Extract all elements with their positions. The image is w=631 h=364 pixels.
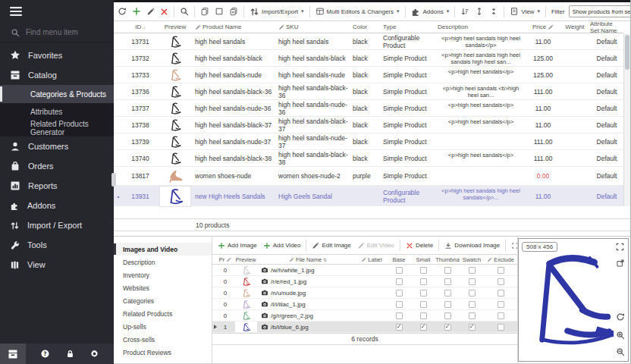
tab-cross-sells[interactable]: Cross-sells bbox=[114, 333, 212, 346]
checkbox-swatch[interactable] bbox=[469, 278, 476, 285]
sidebar-item-tools[interactable]: Tools bbox=[0, 235, 114, 255]
rotate-button[interactable] bbox=[616, 312, 625, 322]
images-header-label[interactable]: Label bbox=[356, 255, 387, 264]
fullscreen-button[interactable] bbox=[615, 242, 625, 252]
products-header-sku[interactable]: SKU bbox=[276, 21, 350, 33]
image-row-g-r-green-2-jpg[interactable]: 0/g/r/green_2.jpg bbox=[212, 310, 517, 322]
expand-rows-button[interactable] bbox=[473, 7, 485, 16]
product-row-13739[interactable]: 13739high heel sandals-nude-37high heel … bbox=[114, 133, 623, 150]
edit-image-button[interactable]: Edit Image bbox=[309, 242, 353, 249]
images-header-pr[interactable]: Pr bbox=[218, 255, 232, 264]
tab-images-and-video[interactable]: Images and Video bbox=[114, 243, 212, 256]
checkbox-small[interactable] bbox=[420, 267, 427, 274]
collapse-rows-button[interactable] bbox=[488, 7, 500, 16]
multi-editors-button[interactable]: Multi Editors & Changers▾ bbox=[314, 7, 401, 16]
checkbox-thumbnail[interactable] bbox=[444, 267, 451, 274]
sidebar-item-related-products-generator[interactable]: Related Products Generator bbox=[0, 120, 114, 136]
select-checkbox-button[interactable] bbox=[213, 7, 225, 16]
images-header-file-name[interactable]: File Name⇅ bbox=[259, 255, 356, 264]
checkbox-exclude[interactable] bbox=[498, 278, 504, 285]
delete-button[interactable]: Delete bbox=[403, 242, 435, 249]
scrollbar-thumb[interactable] bbox=[625, 35, 629, 70]
images-header-exclude[interactable]: Exclude bbox=[484, 255, 517, 264]
category-filter-select[interactable]: Show products from selected categories ▾ bbox=[569, 5, 630, 17]
checkbox-small[interactable] bbox=[420, 301, 427, 308]
duplicate-button[interactable] bbox=[228, 7, 240, 16]
checkbox-swatch[interactable] bbox=[469, 312, 476, 319]
products-header-product-name[interactable]: Product Name bbox=[193, 21, 276, 33]
products-header-preview[interactable]: Preview bbox=[158, 21, 193, 33]
products-header-weight[interactable]: Weight bbox=[560, 21, 590, 33]
checkbox-base[interactable] bbox=[396, 278, 403, 285]
sidebar-item-favorites[interactable]: Favorites bbox=[0, 46, 114, 65]
checkbox-thumbnail[interactable] bbox=[444, 290, 451, 297]
products-header-price[interactable]: Price bbox=[526, 21, 560, 33]
product-row-13740[interactable]: 13740high heel sandals-black-38high heel… bbox=[114, 150, 623, 167]
checkbox-thumbnail[interactable] bbox=[444, 301, 451, 308]
help-icon[interactable]: ? bbox=[40, 349, 50, 359]
products-header-type[interactable]: Type bbox=[381, 21, 435, 33]
checkbox-swatch[interactable] bbox=[469, 301, 476, 308]
lock-icon[interactable] bbox=[65, 349, 75, 359]
image-row-b-l-blue-6-jpg[interactable]: 1/b/l/blue_6.jpg✓✓✓✓ bbox=[212, 322, 517, 333]
sidebar-item-orders[interactable]: Orders bbox=[0, 156, 114, 176]
checkbox-base[interactable] bbox=[396, 290, 403, 297]
checkbox-small[interactable]: ✓ bbox=[420, 324, 427, 331]
checkbox-swatch[interactable]: ✓ bbox=[469, 324, 476, 331]
products-header-id[interactable]: ID↓ bbox=[123, 21, 158, 33]
add-image-button[interactable]: Add Image bbox=[215, 242, 259, 249]
store-button[interactable] bbox=[0, 344, 26, 364]
product-row-13931[interactable]: •13931new High Heels SandalsHigh Geels S… bbox=[114, 186, 623, 206]
images-header-swatch[interactable]: Swatch bbox=[460, 255, 484, 264]
sidebar-item-import-export[interactable]: Import / Export bbox=[0, 215, 114, 235]
product-row-13737[interactable]: 13737high heel sandals-nude-36high heel … bbox=[114, 100, 623, 117]
checkbox-small[interactable] bbox=[420, 278, 427, 285]
product-row-13736[interactable]: 13736high heel sandals-black-36high heel… bbox=[114, 83, 623, 100]
sidebar-item-attributes[interactable]: Attributes bbox=[0, 103, 114, 120]
edit-product-button[interactable] bbox=[145, 8, 156, 16]
images-header-preview[interactable]: Preview bbox=[232, 255, 259, 264]
add-video-button[interactable]: Add Video bbox=[261, 242, 303, 249]
checkbox-thumbnail[interactable]: ✓ bbox=[444, 324, 451, 331]
tab-categories[interactable]: Categories bbox=[114, 294, 212, 307]
tab-description[interactable]: Description bbox=[114, 256, 212, 268]
import-export-button[interactable]: Import/Export▾ bbox=[248, 7, 306, 17]
sidebar-search[interactable]: Find menu item bbox=[0, 23, 114, 42]
copy-button[interactable] bbox=[199, 7, 211, 16]
download-image-button[interactable]: Download Image bbox=[442, 242, 502, 249]
images-header-small[interactable]: Small bbox=[411, 255, 435, 264]
product-row-13733[interactable]: 13733high heel sandals-nudehigh heel san… bbox=[114, 67, 623, 83]
tab-websites[interactable]: Websites bbox=[114, 281, 212, 294]
product-row-13732[interactable]: 13732high heel sandals-blackhigh heel sa… bbox=[114, 50, 623, 67]
tab-inventory[interactable]: Inventory bbox=[114, 268, 212, 281]
sort-columns-button[interactable] bbox=[459, 7, 471, 16]
zoom-in-button[interactable] bbox=[616, 331, 625, 340]
product-row-13738[interactable]: 13738high heel sandals-black-37high heel… bbox=[114, 117, 623, 133]
checkbox-swatch[interactable] bbox=[469, 290, 476, 297]
gear-icon[interactable] bbox=[89, 349, 99, 359]
checkbox-base[interactable] bbox=[396, 267, 403, 274]
vertical-scrollbar[interactable] bbox=[623, 33, 630, 206]
checkbox-base[interactable] bbox=[396, 312, 403, 319]
checkbox-exclude[interactable] bbox=[498, 301, 504, 308]
pane-splitter-handle[interactable] bbox=[111, 173, 116, 187]
sidebar-item-catalog[interactable]: Catalog bbox=[0, 65, 114, 85]
tab-related-products[interactable]: Related Products bbox=[114, 307, 212, 320]
image-row-w-h-white-1-jpg[interactable]: 0/w/h/white_1.jpg bbox=[212, 265, 517, 276]
sidebar-item-categories-products[interactable]: Categories & Products bbox=[0, 85, 114, 103]
view-button[interactable]: View▾ bbox=[508, 7, 542, 16]
checkbox-small[interactable] bbox=[420, 290, 427, 297]
product-row-13731[interactable]: 13731high heel sandalshigh heel sandalsb… bbox=[114, 33, 623, 50]
checkbox-exclude[interactable] bbox=[498, 324, 504, 331]
image-row-r-e-red-1-jpg[interactable]: 0/r/e/red_1.jpg bbox=[212, 276, 517, 287]
menu-icon[interactable] bbox=[10, 6, 22, 17]
zoom-out-button[interactable] bbox=[616, 347, 625, 356]
add-product-button[interactable] bbox=[130, 7, 143, 16]
products-header-attribute-set-name[interactable]: Attribute Set Name bbox=[590, 21, 623, 33]
set-resize-rule-button[interactable]: Set Resize Rule bbox=[509, 242, 517, 249]
delete-product-button[interactable] bbox=[159, 8, 170, 16]
search-products-button[interactable] bbox=[178, 7, 190, 16]
checkbox-base[interactable]: ✓ bbox=[396, 324, 403, 331]
checkbox-exclude[interactable] bbox=[498, 312, 504, 319]
checkbox-thumbnail[interactable] bbox=[444, 312, 451, 319]
